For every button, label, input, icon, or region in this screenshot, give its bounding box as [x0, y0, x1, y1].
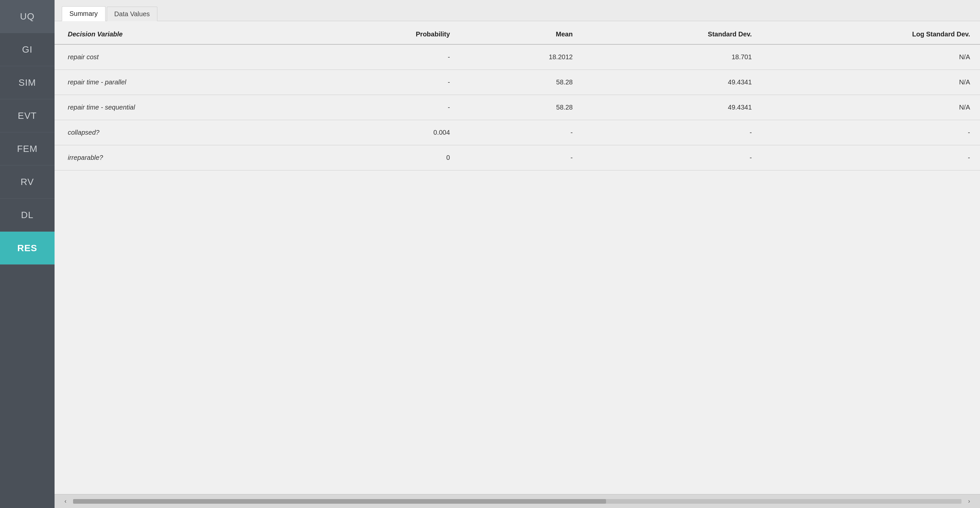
tab-summary[interactable]: Summary: [62, 6, 105, 21]
column-header-mean: Mean: [460, 21, 582, 44]
table-row: collapsed?0.004---: [54, 120, 980, 145]
cell-probability: 0: [308, 145, 460, 171]
sidebar-item-dl[interactable]: DL: [0, 198, 54, 232]
scrollbar-area: ‹ ›: [54, 494, 980, 508]
tab-data-values[interactable]: Data Values: [107, 6, 158, 21]
cell-decision_variable: collapsed?: [54, 120, 308, 145]
sidebar-item-rv[interactable]: RV: [0, 166, 54, 198]
scroll-thumb[interactable]: [73, 499, 606, 504]
cell-decision_variable: repair time - sequential: [54, 95, 308, 120]
table-header-row: Decision VariableProbabilityMeanStandard…: [54, 21, 980, 44]
cell-log_std_dev: -: [762, 120, 980, 145]
cell-mean: 58.28: [460, 95, 582, 120]
table-row: repair time - sequential-58.2849.4341N/A: [54, 95, 980, 120]
summary-table: Decision VariableProbabilityMeanStandard…: [54, 21, 980, 171]
column-header-probability: Probability: [308, 21, 460, 44]
table-row: irreparable?0---: [54, 145, 980, 171]
cell-probability: -: [308, 44, 460, 70]
cell-std_dev: 18.701: [582, 44, 762, 70]
cell-std_dev: -: [582, 120, 762, 145]
sidebar-item-sim[interactable]: SIM: [0, 66, 54, 99]
sidebar-item-gi[interactable]: GI: [0, 33, 54, 66]
cell-log_std_dev: N/A: [762, 44, 980, 70]
cell-std_dev: 49.4341: [582, 70, 762, 95]
cell-probability: -: [308, 70, 460, 95]
table-row: repair time - parallel-58.2849.4341N/A: [54, 70, 980, 95]
scroll-left-button[interactable]: ‹: [61, 497, 70, 506]
tabs-bar: SummaryData Values: [54, 0, 980, 21]
cell-mean: -: [460, 145, 582, 171]
sidebar: UQGISIMEVTFEMRVDLRES: [0, 0, 54, 508]
table-body: repair cost-18.201218.701N/Arepair time …: [54, 44, 980, 171]
cell-log_std_dev: N/A: [762, 70, 980, 95]
cell-std_dev: 49.4341: [582, 95, 762, 120]
cell-log_std_dev: N/A: [762, 95, 980, 120]
cell-mean: -: [460, 120, 582, 145]
cell-probability: 0.004: [308, 120, 460, 145]
cell-log_std_dev: -: [762, 145, 980, 171]
scroll-right-button[interactable]: ›: [965, 497, 974, 506]
cell-mean: 18.2012: [460, 44, 582, 70]
main-content: SummaryData Values Decision VariableProb…: [54, 0, 980, 508]
table-area: Decision VariableProbabilityMeanStandard…: [54, 21, 980, 494]
column-header-log_std_dev: Log Standard Dev.: [762, 21, 980, 44]
column-header-std_dev: Standard Dev.: [582, 21, 762, 44]
cell-probability: -: [308, 95, 460, 120]
cell-decision_variable: irreparable?: [54, 145, 308, 171]
column-header-decision_variable: Decision Variable: [54, 21, 308, 44]
cell-decision_variable: repair time - parallel: [54, 70, 308, 95]
sidebar-item-evt[interactable]: EVT: [0, 99, 54, 133]
sidebar-item-fem[interactable]: FEM: [0, 133, 54, 166]
cell-decision_variable: repair cost: [54, 44, 308, 70]
cell-std_dev: -: [582, 145, 762, 171]
table-row: repair cost-18.201218.701N/A: [54, 44, 980, 70]
sidebar-item-res[interactable]: RES: [0, 232, 54, 265]
scroll-track[interactable]: [73, 499, 961, 504]
sidebar-item-uq[interactable]: UQ: [0, 0, 54, 33]
cell-mean: 58.28: [460, 70, 582, 95]
